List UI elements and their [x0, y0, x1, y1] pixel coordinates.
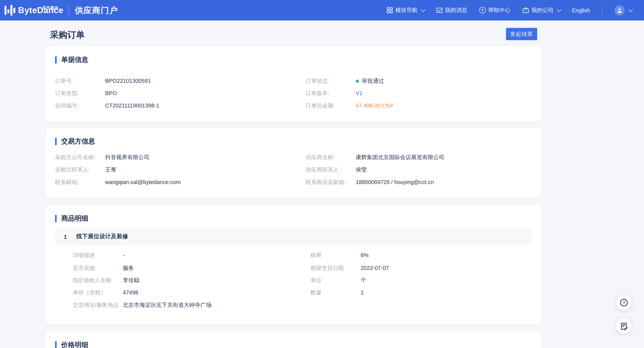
status-text: 审批通过	[362, 78, 384, 85]
nav-divider	[602, 6, 602, 15]
item-unit-price-value: 47498	[123, 289, 138, 296]
portal-title: 供应商门户	[75, 5, 118, 16]
field-label: 详细描述	[72, 252, 123, 259]
order-version-link[interactable]: V1	[356, 90, 362, 97]
top-navbar: ByteDance 字节跳动 供应商门户 模块导航	[0, 0, 644, 20]
field-row: 期望交货日期 2022-07-07	[310, 264, 389, 272]
document-info-card: 单据信息 订单号: BPO22101300591 订单类型: BPO 合同编号:…	[46, 46, 541, 122]
goods-detail-card: 商品明细 1 线下展位设计及装修 详细描述 - 是否实物 服务 指定验收人名称 …	[46, 205, 541, 324]
field-row: 采购方联系人: 王骞	[55, 166, 116, 174]
field-row: 单价（含税） 47498	[72, 289, 138, 296]
page: ByteDance 字节跳动 供应商门户 模块导航	[0, 0, 644, 348]
logo-divider	[69, 5, 69, 15]
field-row: 指定验收人名称 李佳聪	[72, 277, 140, 284]
section-title: 单据信息	[61, 55, 88, 64]
chevron-down-icon	[421, 7, 426, 12]
field-row: 采购方公司名称: 抖音视界有限公司	[55, 154, 150, 161]
navbar-menu: 模块导航 我的消息 ? 帮助中心 我的公司	[386, 5, 644, 15]
field-row: 详细描述 -	[72, 252, 124, 259]
field-row: 订单版本: V1	[306, 90, 362, 97]
nav-language-switch[interactable]: English	[572, 7, 590, 13]
item-description-value: -	[123, 252, 125, 259]
field-row: 订单状态: 审批通过	[306, 78, 384, 85]
nav-item-label: 我的消息	[445, 6, 468, 14]
section-title: 价格明细	[61, 341, 88, 348]
nav-help-center[interactable]: ? 帮助中心	[479, 6, 510, 14]
nav-item-label: 模块导航	[396, 6, 418, 14]
field-label: 联系邮箱:	[55, 179, 105, 186]
item-tax-rate-value: 6%	[360, 252, 368, 259]
help-fab-button[interactable]: ?	[616, 295, 632, 311]
goods-item-header[interactable]: 1 线下展位设计及装修	[55, 228, 532, 245]
field-label: 采购方公司名称:	[55, 154, 105, 161]
item-quantity-value: 1	[360, 289, 364, 296]
field-row: 是否实物 服务	[72, 264, 134, 272]
field-row: 数量 1	[310, 289, 364, 296]
field-row: 税率 6%	[310, 252, 369, 259]
item-unit-value: 个	[360, 277, 366, 284]
help-icon: ?	[479, 7, 486, 13]
buyer-email-value: wangqian.sal@bytedance.com	[105, 179, 181, 186]
feedback-fab-button[interactable]	[616, 318, 632, 334]
nav-item-label: English	[572, 7, 590, 13]
nav-my-messages[interactable]: 我的消息	[436, 6, 467, 14]
user-menu[interactable]	[614, 5, 632, 15]
field-label: 交货地址/服务地点	[72, 301, 123, 309]
nav-my-company[interactable]: 我的公司	[522, 6, 560, 14]
field-row: 交货地址/服务地点 北京市海淀区北下关街道大钟寺广场	[72, 301, 212, 309]
field-label: 指定验收人名称	[72, 277, 123, 284]
edit-note-icon	[620, 322, 628, 331]
section-header: 商品明细	[46, 205, 541, 223]
supplier-phone-email-value: 18800069726 / houying@cct.cn	[356, 179, 434, 186]
price-detail-card: 价格明细	[46, 331, 541, 348]
svg-text:?: ?	[622, 300, 625, 305]
item-delivery-date-value: 2022-07-07	[360, 264, 389, 272]
order-total-amount: 47,498.00 CNY	[356, 102, 394, 109]
buyer-contact-value: 王骞	[105, 166, 116, 174]
field-label: 单位	[310, 277, 361, 284]
item-physical-value: 服务	[123, 264, 134, 272]
field-row: 订单类型: BPO	[55, 90, 117, 97]
field-row: 供应商名称: 康辉集团北京国际会议展览有限公司	[306, 154, 444, 161]
initiate-settlement-button[interactable]: 发起结算	[506, 28, 537, 40]
section-header: 价格明细	[46, 331, 541, 348]
nav-item-label: 帮助中心	[488, 6, 510, 14]
logo-chinese-text: 字节跳动	[42, 5, 59, 11]
help-circle-icon: ?	[620, 298, 628, 307]
contract-number-value: CT20211119001398-1	[105, 102, 159, 109]
brand-area[interactable]: ByteDance 字节跳动 供应商门户	[0, 4, 118, 16]
field-row: 供应商联系人: 侯莹	[306, 166, 367, 174]
message-icon	[436, 7, 443, 13]
status-badge: 审批通过	[356, 78, 384, 85]
bytedance-logo-icon	[4, 4, 16, 16]
section-accent-bar	[55, 56, 56, 64]
field-label: 期望交货日期	[310, 264, 361, 272]
field-row: 单位 个	[310, 277, 366, 284]
field-row: 联系邮箱: wangqian.sal@bytedance.com	[55, 179, 181, 186]
section-header: 交易方信息	[46, 128, 541, 146]
company-icon	[522, 7, 529, 13]
item-name: 线下展位设计及装修	[76, 233, 128, 240]
field-label: 供应商名称:	[306, 154, 356, 161]
nav-module-navigation[interactable]: 模块导航	[386, 6, 424, 14]
order-type-value: BPO	[105, 90, 117, 97]
field-label: 供应商联系人:	[306, 166, 356, 174]
supplier-contact-value: 侯莹	[356, 166, 367, 174]
supplier-name-value: 康辉集团北京国际会议展览有限公司	[356, 154, 444, 161]
item-acceptor-value: 李佳聪	[123, 277, 140, 284]
field-label: 订单号:	[55, 78, 105, 85]
grid-icon	[386, 7, 393, 13]
section-accent-bar	[55, 138, 56, 145]
field-label: 是否实物	[72, 264, 123, 272]
order-number-value: BPO22101300591	[105, 78, 151, 85]
chevron-down-icon	[557, 7, 561, 12]
field-label: 单价（含税）	[72, 289, 123, 296]
buyer-company-value: 抖音视界有限公司	[105, 154, 150, 161]
section-accent-bar	[55, 215, 56, 222]
section-title: 交易方信息	[61, 137, 95, 146]
field-row: 订单总金额: 47,498.00 CNY	[306, 102, 394, 109]
trading-party-card: 交易方信息 采购方公司名称: 抖音视界有限公司 采购方联系人: 王骞 联系邮箱:…	[46, 128, 541, 197]
field-label: 联系电话及邮箱:	[306, 179, 356, 186]
field-label: 合同编号:	[55, 102, 105, 109]
status-dot-icon	[356, 80, 359, 83]
